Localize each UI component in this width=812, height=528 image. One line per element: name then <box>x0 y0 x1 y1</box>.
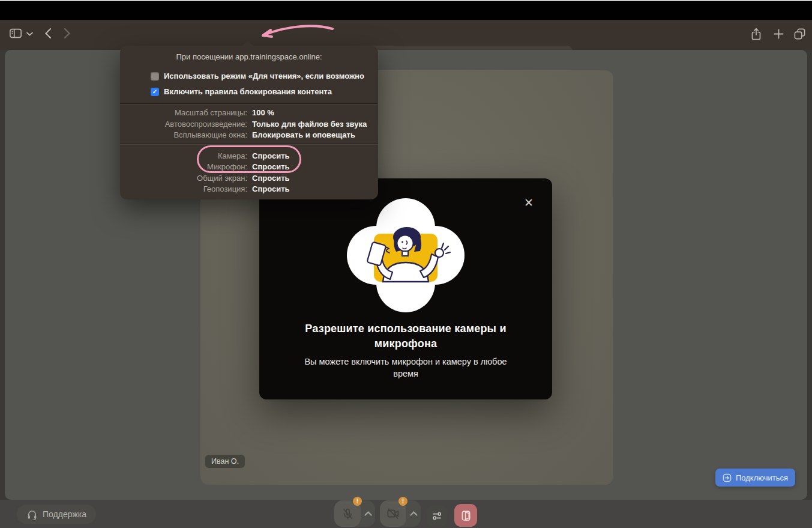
sidebar-toggle-button[interactable] <box>9 28 22 39</box>
modal-title: Разрешите использование камеры и микрофо… <box>283 321 528 351</box>
page-zoom-row[interactable]: Масштаб страницы:100 % <box>120 108 378 119</box>
permissions-modal: ✕ Разрешите и <box>259 178 552 399</box>
modal-subtitle: Вы можете включить микрофон и камеру в л… <box>295 356 516 380</box>
new-tab-button[interactable] <box>773 28 784 40</box>
microphone-control-group: ! <box>334 500 375 527</box>
autoplay-value[interactable]: Только для файлов без звука <box>252 120 367 129</box>
microphone-label: Микрофон: <box>120 162 247 171</box>
forward-button[interactable] <box>64 28 71 39</box>
device-settings-button[interactable] <box>427 506 447 526</box>
connect-button[interactable]: Подключиться <box>715 469 795 487</box>
chevron-down-icon[interactable] <box>26 32 33 36</box>
checkbox-unchecked-icon[interactable] <box>151 72 159 80</box>
screenshare-permission-row[interactable]: Общий экран:Спросить <box>120 174 378 184</box>
back-button[interactable] <box>44 28 52 39</box>
geolocation-label: Геопозиция: <box>120 184 247 193</box>
popover-divider <box>120 144 378 145</box>
camera-value[interactable]: Спросить <box>252 151 290 160</box>
popups-row[interactable]: Всплывающие окна:Блокировать и оповещать <box>120 130 378 141</box>
popover-divider <box>120 103 378 105</box>
screenshare-label: Общий экран: <box>120 174 247 183</box>
microphone-muted-icon <box>341 508 354 520</box>
connect-button-label: Подключиться <box>736 473 788 482</box>
exit-door-icon <box>460 509 472 522</box>
camera-permission-row[interactable]: Камера:Спросить <box>120 151 378 162</box>
camera-alert-badge: ! <box>398 497 408 506</box>
share-button[interactable] <box>751 28 762 41</box>
autoplay-label: Автовоспроизведение: <box>120 120 247 129</box>
microphone-value[interactable]: Спросить <box>252 162 290 171</box>
support-button-label: Поддержка <box>43 509 86 519</box>
content-blockers-option[interactable]: ✓ Включить правила блокирования контента <box>151 87 332 96</box>
camera-permission-illustration <box>344 198 467 313</box>
close-icon[interactable]: ✕ <box>521 195 537 211</box>
camera-label: Камера: <box>120 151 247 160</box>
popover-title: При посещении app.trainingspace.online: <box>120 52 378 61</box>
checkbox-checked-icon[interactable]: ✓ <box>151 88 159 96</box>
geolocation-permission-row[interactable]: Геопозиция:Спросить <box>120 184 378 195</box>
popups-value[interactable]: Блокировать и оповещать <box>252 130 355 139</box>
participant-name-badge: Иван О. <box>205 455 245 468</box>
autoplay-row[interactable]: Автовоспроизведение:Только для файлов бе… <box>120 120 378 130</box>
support-button[interactable]: Поддержка <box>17 505 96 524</box>
camera-control-group: ! <box>380 500 421 527</box>
page-zoom-label: Масштаб страницы: <box>120 108 247 117</box>
content-blockers-label: Включить правила блокирования контента <box>164 87 332 96</box>
screenshare-value[interactable]: Спросить <box>252 174 290 183</box>
camera-options-chevron[interactable] <box>407 500 421 527</box>
enter-arrow-icon <box>723 473 732 482</box>
geolocation-value[interactable]: Спросить <box>252 184 290 193</box>
page-zoom-value[interactable]: 100 % <box>252 108 274 117</box>
camera-off-icon <box>386 507 400 520</box>
headset-icon <box>26 509 38 520</box>
reader-mode-option[interactable]: Использовать режим «Для чтения», если во… <box>151 71 364 80</box>
sliders-icon <box>431 510 443 522</box>
leave-meeting-button[interactable] <box>454 504 477 527</box>
safari-window: ABP app.trainingspace.online <box>0 0 812 528</box>
browser-toolbar: ABP app.trainingspace.online <box>0 20 812 50</box>
popups-label: Всплывающие окна: <box>120 130 247 139</box>
microphone-permission-row[interactable]: Микрофон:Спросить <box>120 162 378 173</box>
reader-mode-label: Использовать режим «Для чтения», если во… <box>164 71 364 80</box>
tab-overview-button[interactable] <box>793 28 806 40</box>
macos-menubar-area <box>0 1 812 20</box>
website-settings-popover: При посещении app.trainingspace.online: … <box>120 46 378 199</box>
microphone-alert-badge: ! <box>353 497 362 506</box>
microphone-options-chevron[interactable] <box>361 500 375 527</box>
